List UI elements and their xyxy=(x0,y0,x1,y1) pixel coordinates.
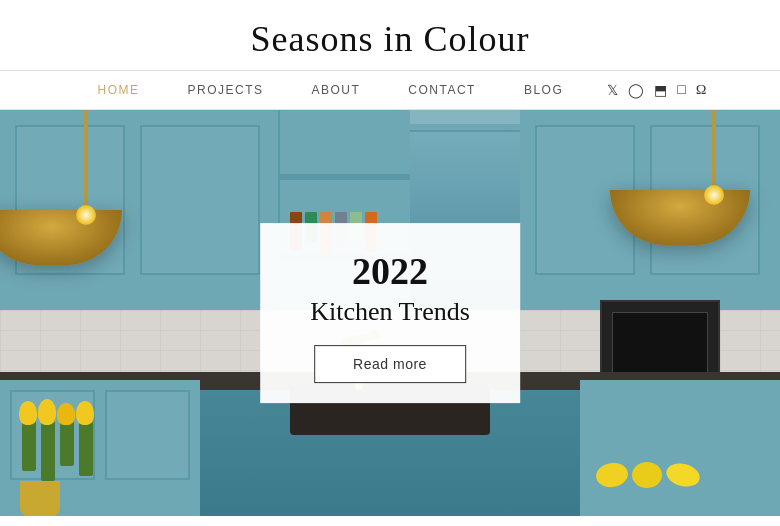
nav-social: 𝕏 ◯ ⬒ □ Ω xyxy=(607,82,706,99)
pendant-bulb xyxy=(76,205,96,225)
nav-item-about[interactable]: ABOUT xyxy=(287,79,384,101)
nav-bar: HOME PROJECTS ABOUT CONTACT BLOG 𝕏 ◯ ⬒ □… xyxy=(0,70,780,110)
facebook-icon[interactable]: □ xyxy=(677,82,685,98)
pendant-shade xyxy=(0,210,122,265)
read-more-button[interactable]: Read more xyxy=(314,345,466,383)
cabinet-door xyxy=(105,390,190,480)
cabinet-door xyxy=(140,125,260,275)
shelf-board xyxy=(280,174,410,180)
twitter-icon[interactable]: 𝕏 xyxy=(607,82,618,99)
nav-item-projects[interactable]: PROJECTS xyxy=(163,79,287,101)
nav-item-contact[interactable]: CONTACT xyxy=(384,79,500,101)
hero-section: 2022 Kitchen Trends Read more xyxy=(0,110,780,516)
cabinet-lower-right xyxy=(580,380,780,516)
site-header: Seasons in Colour xyxy=(0,0,780,70)
nav-links: HOME PROJECTS ABOUT CONTACT BLOG xyxy=(73,79,587,101)
site-title: Seasons in Colour xyxy=(0,18,780,60)
pendant-light-left xyxy=(50,110,122,265)
tulips-decor xyxy=(22,421,93,481)
nav-item-blog[interactable]: BLOG xyxy=(500,79,587,101)
pendant-chain xyxy=(84,110,88,210)
pendant-bulb xyxy=(704,185,724,205)
nav-item-home[interactable]: HOME xyxy=(73,79,163,101)
card-year: 2022 xyxy=(310,251,470,293)
instagram-icon[interactable]: ◯ xyxy=(628,82,644,99)
pendant-chain xyxy=(712,110,716,190)
flower-pot xyxy=(20,481,60,516)
hero-overlay-card: 2022 Kitchen Trends Read more xyxy=(260,223,520,403)
hero-background: 2022 Kitchen Trends Read more xyxy=(0,110,780,516)
pendant-light-right xyxy=(678,110,750,245)
pinterest-icon[interactable]: ⬒ xyxy=(654,82,667,99)
lemons-decor xyxy=(596,462,700,488)
card-title: Kitchen Trends xyxy=(310,297,470,327)
houzz-icon[interactable]: Ω xyxy=(696,82,707,98)
